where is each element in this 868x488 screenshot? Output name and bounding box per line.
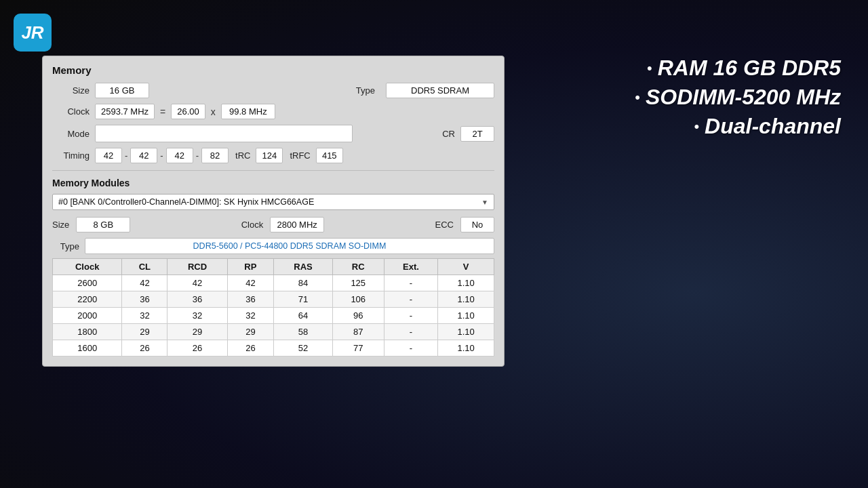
table-cell-3-7: 1.10 <box>438 324 494 340</box>
mod-type-label: Type <box>52 241 79 251</box>
table-cell-4-1: 26 <box>122 340 167 357</box>
logo-text: JR <box>21 22 43 43</box>
cr-label: CR <box>442 129 455 139</box>
table-cell-1-1: 36 <box>122 291 167 308</box>
table-cell-0-2: 42 <box>167 275 227 291</box>
logo: JR <box>14 14 52 52</box>
table-cell-0-0: 2600 <box>53 275 122 291</box>
table-row: 260042424284125-1.10 <box>53 275 494 291</box>
bullet-2: • <box>635 89 640 106</box>
table-cell-2-6: - <box>384 308 438 324</box>
table-header-row: Clock CL RCD RP RAS RC Ext. V <box>53 259 494 275</box>
table-cell-0-7: 1.10 <box>438 275 494 291</box>
table-cell-1-3: 36 <box>227 291 273 308</box>
timing-row: Timing 42 - 42 - 42 - 82 tRC 124 tRFC 41… <box>52 148 494 163</box>
table-cell-2-5: 96 <box>332 308 384 324</box>
table-cell-4-6: - <box>384 340 438 357</box>
table-cell-2-0: 2000 <box>53 308 122 324</box>
trfc-label: tRFC <box>290 150 310 161</box>
table-cell-2-1: 32 <box>122 308 167 324</box>
info-text-2: SODIMM-5200 MHz <box>646 85 841 110</box>
type-value: DDR5 SDRAM <box>386 83 494 98</box>
table-cell-3-5: 87 <box>332 324 384 340</box>
th-rp: RP <box>227 259 273 275</box>
right-info-line-1: • RAM 16 GB DDR5 <box>635 56 841 81</box>
timing-sep-1: - <box>125 150 127 161</box>
divider <box>52 170 494 171</box>
right-info-panel: • RAM 16 GB DDR5 • SODIMM-5200 MHz • Dua… <box>635 56 841 143</box>
clock-x: x <box>211 106 216 117</box>
table-cell-3-1: 29 <box>122 324 167 340</box>
timing-label: Timing <box>52 150 90 161</box>
right-info-line-3: • Dual-channel <box>635 114 841 139</box>
table-cell-1-7: 1.10 <box>438 291 494 308</box>
clock-eq: = <box>160 106 165 117</box>
modules-title: Memory Modules <box>52 178 494 188</box>
timing-sep-2: - <box>160 150 163 161</box>
mod-type-value: DDR5-5600 / PC5-44800 DDR5 SDRAM SO-DIMM <box>85 238 494 254</box>
table-cell-0-6: - <box>384 275 438 291</box>
chevron-down-icon: ▼ <box>481 199 488 206</box>
th-cl: CL <box>122 259 167 275</box>
mod-size-label: Size <box>52 220 69 230</box>
trc-value: 124 <box>256 148 283 163</box>
mod-clock-label: Clock <box>241 220 264 230</box>
table-cell-1-2: 36 <box>167 291 227 308</box>
table-row: 16002626265277-1.10 <box>53 340 494 357</box>
info-text-3: Dual-channel <box>705 114 841 139</box>
table-cell-1-5: 106 <box>332 291 384 308</box>
clock-value: 2593.7 MHz <box>95 104 155 119</box>
table-cell-4-7: 1.10 <box>438 340 494 357</box>
clock-label: Clock <box>52 106 90 117</box>
clock-multiplier: 26.00 <box>171 104 205 119</box>
type-label: Type <box>356 85 375 96</box>
table-row: 20003232326496-1.10 <box>53 308 494 324</box>
table-cell-3-0: 1800 <box>53 324 122 340</box>
module-dropdown-row: #0 [BANK 0/Controller0-ChannelA-DIMM0]: … <box>52 194 494 210</box>
info-text-1: RAM 16 GB DDR5 <box>658 56 841 81</box>
mode-bar <box>95 125 353 142</box>
table-cell-3-4: 58 <box>274 324 333 340</box>
th-ext: Ext. <box>384 259 438 275</box>
table-cell-0-5: 125 <box>332 275 384 291</box>
timing-sep-3: - <box>196 150 199 161</box>
mod-ecc-label: ECC <box>435 220 454 230</box>
table-cell-1-6: - <box>384 291 438 308</box>
timing-val-2: 42 <box>130 148 157 163</box>
trfc-value: 415 <box>316 148 343 163</box>
bullet-1: • <box>647 60 652 77</box>
bullet-3: • <box>694 118 699 136</box>
th-ras: RAS <box>274 259 333 275</box>
size-label: Size <box>52 85 90 96</box>
table-cell-2-7: 1.10 <box>438 308 494 324</box>
table-cell-3-6: - <box>384 324 438 340</box>
clock-base: 99.8 MHz <box>221 104 275 119</box>
table-cell-0-1: 42 <box>122 275 167 291</box>
mode-row: Mode CR 2T <box>52 125 494 142</box>
module-details-row: Size 8 GB Clock 2800 MHz ECC No <box>52 217 494 232</box>
table-row: 220036363671106-1.10 <box>53 291 494 308</box>
clock-row: Clock 2593.7 MHz = 26.00 x 99.8 MHz <box>52 104 494 119</box>
th-rc: RC <box>332 259 384 275</box>
timing-val-3: 42 <box>166 148 193 163</box>
table-cell-4-0: 1600 <box>53 340 122 357</box>
table-cell-1-4: 71 <box>274 291 333 308</box>
th-rcd: RCD <box>167 259 227 275</box>
table-cell-4-5: 77 <box>332 340 384 357</box>
th-v: V <box>438 259 494 275</box>
mod-size-value: 8 GB <box>76 217 130 232</box>
table-cell-3-2: 29 <box>167 324 227 340</box>
module-dropdown[interactable]: #0 [BANK 0/Controller0-ChannelA-DIMM0]: … <box>52 194 494 210</box>
table-cell-4-2: 26 <box>167 340 227 357</box>
mode-label: Mode <box>52 129 90 139</box>
trc-label: tRC <box>235 150 250 161</box>
table-cell-0-4: 84 <box>274 275 333 291</box>
table-cell-3-3: 29 <box>227 324 273 340</box>
table-cell-4-3: 26 <box>227 340 273 357</box>
mod-type-row: Type DDR5-5600 / PC5-44800 DDR5 SDRAM SO… <box>52 238 494 254</box>
timing-val-1: 42 <box>95 148 122 163</box>
size-type-row: Size 16 GB Type DDR5 SDRAM <box>52 83 494 98</box>
size-value: 16 GB <box>95 83 149 98</box>
table-row: 18002929295887-1.10 <box>53 324 494 340</box>
memory-section-title: Memory <box>52 64 494 76</box>
